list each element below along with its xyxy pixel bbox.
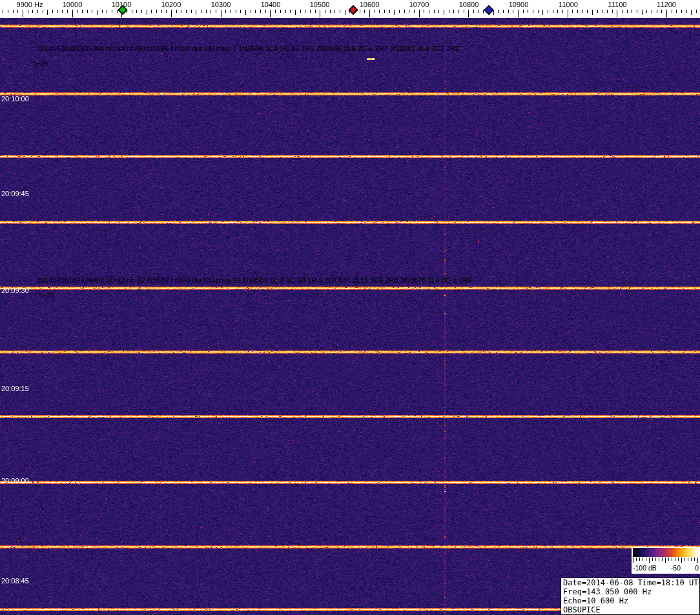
freq-tick-label: 10300 xyxy=(211,1,231,8)
legend-tick xyxy=(697,558,698,563)
intensity-gradient-bar xyxy=(633,548,699,557)
ruler-tick xyxy=(468,10,469,17)
ruler-tick xyxy=(47,10,48,15)
ruler-tick xyxy=(597,10,598,13)
ruler-tick xyxy=(661,10,662,13)
ruler-tick xyxy=(414,10,415,13)
ruler-tick xyxy=(315,10,316,13)
ruler-tick xyxy=(206,10,207,13)
freq-tick-label: 11200 xyxy=(657,1,676,8)
time-label: 20:10:00 xyxy=(1,95,29,103)
ruler-tick xyxy=(360,10,360,13)
ruler-tick xyxy=(622,10,623,13)
ruler-tick xyxy=(696,10,697,13)
ruler-tick xyxy=(92,10,92,13)
ruler-tick xyxy=(335,10,335,13)
hit-annotation: 20140608180929460 hCnt3 nb-92 f10589 hit… xyxy=(37,276,472,284)
blue-freq-marker-icon[interactable] xyxy=(484,5,494,15)
ruler-tick xyxy=(156,10,157,13)
ruler-tick xyxy=(176,10,177,13)
info-date-line: Date=2014-06-08 Time=18:10 UTC xyxy=(563,578,699,587)
ruler-tick xyxy=(102,10,103,13)
ruler-tick xyxy=(538,10,539,13)
ruler-tick xyxy=(444,10,444,15)
ruler-tick xyxy=(691,10,692,15)
ruler-tick xyxy=(394,10,395,15)
ruler-tick xyxy=(642,10,643,15)
ruler-tick xyxy=(151,10,152,13)
ruler-tick xyxy=(280,10,281,13)
ruler-tick xyxy=(290,10,291,13)
ruler-tick xyxy=(587,10,588,13)
ruler-tick xyxy=(251,10,251,13)
time-label: 20:09:15 xyxy=(1,385,29,392)
ruler-tick xyxy=(82,10,83,13)
legend-tick xyxy=(649,558,650,563)
ruler-tick xyxy=(602,10,602,13)
ruler-tick xyxy=(681,10,682,13)
legend-tick xyxy=(665,558,666,563)
ruler-tick xyxy=(112,10,112,13)
ruler-tick xyxy=(32,10,33,13)
hit-annotation: ^t+29 xyxy=(37,291,54,299)
legend-tick-ruler xyxy=(632,558,700,563)
ruler-tick xyxy=(171,10,172,17)
ruler-tick xyxy=(458,10,459,13)
ruler-tick xyxy=(379,10,380,13)
legend-tick xyxy=(646,558,646,561)
legend-labels: -100 dB -50 0 xyxy=(633,564,699,572)
ruler-tick xyxy=(147,10,147,15)
info-freq-line: Freq=143 050 000 Hz xyxy=(563,587,699,596)
ruler-tick xyxy=(369,10,370,17)
ruler-tick xyxy=(201,10,201,13)
freq-tick-label: 10400 xyxy=(261,1,281,8)
ruler-tick xyxy=(265,10,266,13)
ruler-tick xyxy=(236,10,236,13)
ruler-tick xyxy=(23,10,23,17)
ruler-tick xyxy=(231,10,231,13)
ruler-tick xyxy=(161,10,162,13)
time-label: 20:08:45 xyxy=(1,577,29,585)
freq-tick-label: 9900 Hz xyxy=(17,1,43,8)
ruler-tick xyxy=(325,10,325,13)
red-freq-marker-icon[interactable] xyxy=(348,5,358,15)
ruler-tick xyxy=(672,10,672,13)
ruler-tick xyxy=(43,10,43,13)
ruler-tick xyxy=(77,10,77,13)
ruler-tick xyxy=(518,10,519,17)
ruler-tick xyxy=(37,10,38,13)
ruler-tick xyxy=(270,10,271,17)
legend-tick xyxy=(652,558,653,561)
ruler-tick xyxy=(533,10,533,13)
ruler-tick xyxy=(557,10,558,13)
ruler-tick xyxy=(13,10,14,13)
ruler-tick xyxy=(3,10,3,13)
ruler-tick xyxy=(577,10,578,13)
legend-tick xyxy=(668,558,669,561)
ruler-tick xyxy=(464,10,464,13)
ruler-tick xyxy=(211,10,211,13)
freq-tick-label: 10500 xyxy=(310,1,330,8)
legend-tick xyxy=(655,558,656,561)
ruler-tick xyxy=(375,10,375,13)
ruler-tick xyxy=(607,10,608,13)
ruler-tick xyxy=(384,10,385,13)
legend-tick xyxy=(662,558,663,561)
info-station-line: OBSUPICE xyxy=(563,605,699,614)
ruler-tick xyxy=(453,10,454,13)
ruler-tick xyxy=(52,10,53,13)
intensity-legend: -100 dB -50 0 xyxy=(632,547,700,574)
ruler-tick xyxy=(508,10,509,13)
spectrogram-waterfall-canvas xyxy=(0,18,700,615)
ruler-tick xyxy=(562,10,563,13)
ruler-tick xyxy=(513,10,513,13)
ruler-tick xyxy=(310,10,311,13)
ruler-tick xyxy=(429,10,429,13)
ruler-tick xyxy=(107,10,107,13)
time-label: 20:09:45 xyxy=(1,190,29,197)
ruler-tick xyxy=(503,10,504,13)
ruler-tick xyxy=(572,10,573,13)
ruler-tick xyxy=(225,10,226,13)
ruler-tick xyxy=(479,10,479,13)
ruler-tick xyxy=(686,10,687,13)
